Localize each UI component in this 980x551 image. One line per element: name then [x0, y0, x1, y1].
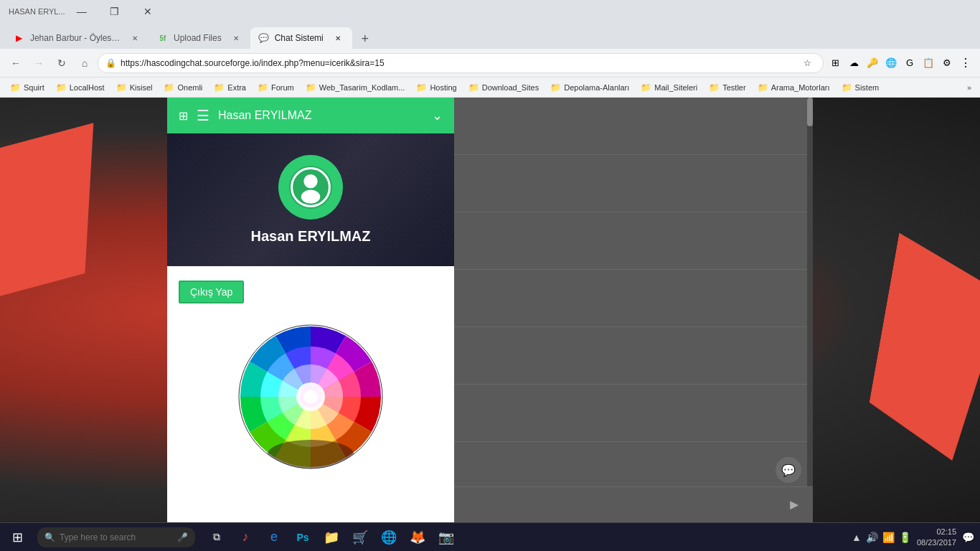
- start-button[interactable]: ⊞: [0, 523, 34, 552]
- app-header: ⊞ ☰ Hasan ERYILMAZ ⌄: [167, 98, 454, 133]
- bookmark-star-icon[interactable]: ☆: [798, 55, 816, 72]
- bookmark-localhost[interactable]: 📁 LocalHost: [52, 81, 109, 94]
- folder-icon: 📁: [214, 83, 225, 93]
- window-controls: — ❐ ✕: [65, 0, 164, 23]
- app-title: Hasan ERYILMAZ: [218, 109, 423, 122]
- svg-point-3: [301, 190, 320, 204]
- maximize-button[interactable]: ❐: [98, 0, 131, 23]
- color-wheel-area: [179, 303, 443, 490]
- chevron-down-icon[interactable]: ⌄: [432, 108, 443, 123]
- home-button[interactable]: ⌂: [75, 53, 95, 73]
- taskbar-app-ie[interactable]: e: [261, 524, 287, 550]
- taskbar-app-files[interactable]: 📁: [319, 524, 344, 550]
- bookmark-label: Forum: [271, 83, 294, 92]
- bookmark-hosting[interactable]: 📁 Hosting: [412, 81, 461, 94]
- logout-area: Çıkış Yap: [167, 266, 454, 522]
- tab-chat[interactable]: 💬 Chat Sistemi ✕: [250, 27, 352, 49]
- taskbar-app-music[interactable]: ♪: [232, 524, 258, 550]
- system-clock[interactable]: 02:15 08/23/2017: [917, 527, 956, 547]
- folder-icon: 📁: [258, 83, 268, 93]
- folder-icon: 📁: [164, 83, 174, 93]
- scrollbar-thumb[interactable]: [807, 98, 813, 126]
- folder-icon: 📁: [56, 83, 67, 93]
- bookmark-web-tasarim[interactable]: 📁 Web_Tasarim_Kodlam...: [301, 81, 410, 94]
- logout-button[interactable]: Çıkış Yap: [179, 281, 244, 303]
- tray-volume-icon[interactable]: 🔊: [866, 532, 878, 543]
- bookmark-sistem[interactable]: 📁 Sistem: [837, 81, 884, 94]
- scrollbar-track: [807, 98, 813, 486]
- chat-bubble-button[interactable]: 💬: [776, 457, 801, 483]
- bookmarks-more[interactable]: »: [964, 82, 974, 93]
- folder-icon: 📁: [468, 83, 479, 93]
- clock-time: 02:15: [917, 527, 956, 537]
- chat-line-1: [454, 98, 813, 155]
- chat-line-6: [454, 385, 813, 442]
- grid-icon: ⊞: [179, 109, 188, 123]
- ext-icon-6[interactable]: 📋: [920, 55, 937, 72]
- tab-close-2[interactable]: ✕: [230, 32, 242, 44]
- system-tray: ▲ 🔊 📶 🔋: [852, 532, 911, 543]
- bookmark-forum[interactable]: 📁 Forum: [253, 81, 298, 94]
- bookmark-arama[interactable]: 📁 Arama_Motorları: [753, 81, 834, 94]
- ext-icon-3[interactable]: 🔑: [864, 55, 881, 72]
- bookmark-onemli[interactable]: 📁 Onemli: [159, 81, 207, 94]
- folder-icon: 📁: [709, 83, 720, 93]
- chrome-menu[interactable]: ⋮: [957, 55, 974, 72]
- taskbar-app-ps[interactable]: Ps: [290, 524, 316, 550]
- svg-point-8: [268, 440, 354, 468]
- bookmark-label: Extra: [227, 83, 246, 92]
- reload-button[interactable]: ↻: [52, 53, 72, 73]
- tab-jehan[interactable]: ▶ Jehan Barbur - Öylesı... ✕: [6, 27, 149, 49]
- tab-close-1[interactable]: ✕: [129, 32, 141, 44]
- minimize-button[interactable]: —: [65, 0, 98, 23]
- taskbar-app-taskview[interactable]: ⧉: [204, 524, 230, 550]
- bookmark-label: Arama_Motorları: [771, 83, 830, 92]
- bookmark-extra[interactable]: 📁 Extra: [209, 81, 250, 94]
- taskbar-app-camera[interactable]: 📷: [433, 524, 459, 550]
- extension-icons: ⊞ ☁ 🔑 🌐 G 📋 ⚙ ⋮: [826, 55, 974, 72]
- new-tab-button[interactable]: +: [355, 29, 375, 49]
- tab-upload[interactable]: 5f Upload Files ✕: [149, 27, 250, 49]
- bookmark-label: Onemli: [177, 83, 202, 92]
- ext-icon-1[interactable]: ⊞: [826, 55, 844, 72]
- bookmark-squirt[interactable]: 📁 Squirt: [6, 81, 49, 94]
- bg-shape-right: [862, 232, 980, 464]
- back-button[interactable]: ←: [6, 53, 26, 73]
- forward-button[interactable]: →: [29, 53, 49, 73]
- bookmark-testler[interactable]: 📁 Testler: [705, 81, 750, 94]
- ext-icon-5[interactable]: G: [901, 55, 918, 72]
- menu-icon[interactable]: ☰: [197, 107, 209, 124]
- close-button[interactable]: ✕: [131, 0, 164, 23]
- url-text: https://hascodingchat.sourceforge.io/ind…: [121, 58, 794, 68]
- taskbar-search[interactable]: 🔍 🎤: [37, 527, 195, 547]
- bookmark-depolama[interactable]: 📁 Depolama-Alanları: [546, 81, 633, 94]
- notification-icon[interactable]: 💬: [962, 532, 974, 543]
- taskbar-app-firefox[interactable]: 🦊: [405, 524, 430, 550]
- bookmark-download[interactable]: 📁 Download_Sites: [464, 81, 544, 94]
- tray-arrow-icon[interactable]: ▲: [852, 532, 862, 543]
- tray-battery-icon[interactable]: 🔋: [899, 532, 911, 543]
- color-wheel-svg: [232, 318, 390, 476]
- taskbar-right: ▲ 🔊 📶 🔋 02:15 08/23/2017 💬: [852, 527, 980, 547]
- avatar: [278, 155, 343, 220]
- tab-favicon-3: 💬: [259, 33, 269, 43]
- tab-close-3[interactable]: ✕: [332, 32, 344, 44]
- ext-icon-4[interactable]: 🌐: [882, 55, 900, 72]
- bookmark-kisisel[interactable]: 📁 Kisisel: [112, 81, 157, 94]
- taskbar-app-store[interactable]: 🛒: [347, 524, 373, 550]
- bookmark-label: Testler: [722, 83, 745, 92]
- profile-area: Hasan ERYILMAZ: [167, 133, 454, 266]
- ext-icon-7[interactable]: ⚙: [938, 55, 956, 72]
- tray-network-icon[interactable]: 📶: [882, 532, 895, 543]
- search-input[interactable]: [60, 532, 174, 542]
- address-bar[interactable]: 🔒 https://hascodingchat.sourceforge.io/i…: [98, 53, 824, 73]
- send-button[interactable]: ►: [787, 496, 801, 513]
- color-wheel: [232, 318, 390, 476]
- folder-icon: 📁: [641, 83, 651, 93]
- bookmark-mail[interactable]: 📁 Mail_Siteleri: [636, 81, 702, 94]
- avatar-icon: [289, 166, 332, 209]
- folder-icon: 📁: [116, 83, 127, 93]
- taskbar-app-chrome[interactable]: 🌐: [376, 524, 402, 550]
- ext-icon-2[interactable]: ☁: [845, 55, 862, 72]
- taskbar-apps: ⧉ ♪ e Ps 📁 🛒 🌐 🦊 📷: [204, 524, 459, 550]
